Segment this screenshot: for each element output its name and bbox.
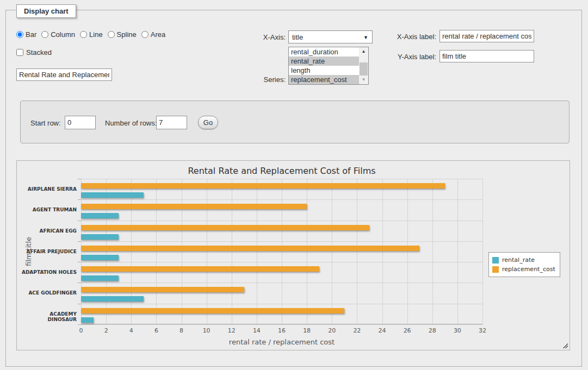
bar-replacement_cost: [81, 204, 307, 209]
series-multiselect[interactable]: rental_durationrental_ratelengthreplacem…: [288, 47, 369, 85]
legend-label: replacement_cost: [502, 266, 555, 273]
chart-type-option-spline: Spline: [108, 30, 137, 39]
x-axis-tick-label: 4: [129, 327, 133, 334]
scrollbar-up-icon[interactable]: ▲: [359, 47, 368, 56]
x-axis-tick-label: 24: [379, 327, 386, 334]
gridline-vertical: [131, 179, 132, 324]
dropdown-arrow-icon: ▼: [363, 35, 368, 40]
legend-item-rental_rate[interactable]: rental_rate: [492, 255, 555, 265]
chart-type-option-column: Column: [41, 30, 75, 39]
bar-rental_rate: [81, 275, 119, 281]
x-axis-tick-label: 2: [104, 327, 108, 334]
x-axis-tick-label: 28: [429, 327, 436, 334]
chart-type-radio-column[interactable]: [41, 31, 48, 38]
legend-item-replacement_cost[interactable]: replacement_cost: [492, 265, 555, 274]
legend-swatch-icon: [492, 257, 499, 264]
chart-title: Rental Rate and Replacement Cost of Film…: [81, 166, 482, 176]
legend-label: rental_rate: [502, 256, 535, 264]
display-chart-page: Display chart BarColumnLineSplineArea St…: [0, 0, 588, 370]
category-label: ACADEMY DINOSAUR: [20, 311, 77, 322]
chart-type-option-line: Line: [80, 30, 103, 39]
gridline-horizontal: [81, 262, 482, 262]
y-axis-tick: [78, 179, 81, 179]
gridline-horizontal: [81, 241, 482, 242]
bar-rental_rate: [81, 213, 119, 218]
x-axis-label-input[interactable]: [440, 30, 534, 42]
x-axis-tick-label: 18: [303, 327, 311, 334]
y-axis-tick: [78, 283, 81, 283]
chart-type-radio-spline[interactable]: [108, 31, 115, 38]
y-axis-label-label: Y-Axis label:: [381, 53, 436, 61]
y-axis-tick: [78, 199, 81, 200]
gridline-vertical: [232, 179, 232, 324]
series-scrollbar[interactable]: ▲ ▼: [359, 47, 368, 84]
y-axis-label-input[interactable]: [440, 50, 534, 62]
chart-legend: rental_ratereplacement_cost: [488, 252, 560, 277]
category-label: AGENT TRUMAN: [20, 207, 77, 212]
series-options: rental_durationrental_ratelengthreplacem…: [289, 47, 359, 84]
x-axis-tick-label: 22: [353, 327, 361, 334]
gridline-vertical: [156, 179, 157, 324]
category-label: ADAPTATION HOLES: [20, 269, 77, 275]
gridline-vertical: [207, 179, 207, 324]
chart-type-label: Bar: [26, 30, 36, 39]
gridline-vertical: [182, 179, 182, 324]
x-axis-tick-label: 30: [454, 327, 461, 334]
x-axis-tick-label: 20: [328, 327, 336, 334]
series-option-rental_duration[interactable]: rental_duration: [289, 47, 359, 57]
resize-grip-icon[interactable]: [562, 342, 568, 348]
category-label: AIRPLANE SIERRA: [20, 186, 77, 192]
x-axis-tick-label: 16: [278, 327, 286, 334]
go-button[interactable]: Go: [198, 116, 218, 129]
bar-replacement_cost: [81, 308, 344, 313]
y-axis-tick: [78, 324, 81, 325]
chart-type-radio-line[interactable]: [80, 31, 87, 38]
series-select-label: Series:: [245, 76, 286, 84]
gridline-vertical: [382, 179, 383, 324]
gridline-vertical: [106, 179, 107, 324]
gridline-vertical: [357, 179, 357, 324]
start-row-input[interactable]: [65, 116, 96, 129]
stacked-label: Stacked: [26, 48, 52, 57]
gridline-vertical: [482, 179, 483, 324]
scrollbar-thumb[interactable]: [360, 62, 368, 76]
category-label: ACE GOLDFINGER: [20, 290, 77, 296]
gridline-horizontal: [81, 304, 482, 304]
chart-type-radio-bar[interactable]: [16, 31, 23, 38]
legend-swatch-icon: [492, 266, 499, 273]
gridline-vertical: [407, 179, 408, 324]
number-of-rows-input[interactable]: [156, 116, 187, 129]
series-option-rental_rate[interactable]: rental_rate: [289, 57, 359, 66]
series-option-length[interactable]: length: [289, 66, 359, 75]
start-row-label: Start row:: [30, 119, 61, 127]
x-axis-tick-label: 14: [253, 327, 261, 334]
bar-replacement_cost: [81, 225, 369, 230]
bar-replacement_cost: [81, 246, 419, 251]
bar-replacement_cost: [81, 287, 244, 292]
stacked-checkbox[interactable]: [16, 49, 23, 56]
x-axis-select-label: X-Axis:: [245, 33, 286, 41]
gridline-horizontal: [81, 199, 482, 200]
category-label: AFRICAN EGG: [20, 228, 77, 234]
gridline-vertical: [81, 179, 82, 324]
gridline-vertical: [332, 179, 332, 324]
series-option-replacement_cost[interactable]: replacement_cost: [289, 75, 359, 84]
chart-type-label: Area: [151, 30, 165, 39]
gridline-vertical: [457, 179, 458, 324]
x-axis-tick-label: 0: [79, 327, 83, 334]
x-axis-tick-label: 12: [228, 327, 236, 334]
gridline-vertical: [282, 179, 282, 324]
y-axis-tick: [78, 304, 81, 304]
scrollbar-down-icon[interactable]: ▼: [359, 76, 368, 84]
x-axis-select[interactable]: title ▼: [288, 30, 373, 43]
x-axis-ticks: 02468101214161820222426283032: [81, 327, 482, 335]
x-axis-title: rental rate / replacement cost: [81, 338, 482, 346]
stacked-checkbox-row: Stacked: [16, 48, 52, 57]
y-axis-tick: [78, 221, 81, 221]
chart-type-radio-area[interactable]: [141, 31, 148, 38]
chart-title-input[interactable]: [16, 68, 112, 81]
gridline-horizontal: [81, 283, 482, 283]
x-axis-label-label: X-Axis label:: [381, 33, 436, 41]
x-axis-tick-label: 8: [180, 327, 183, 334]
gridline-vertical: [432, 179, 433, 324]
